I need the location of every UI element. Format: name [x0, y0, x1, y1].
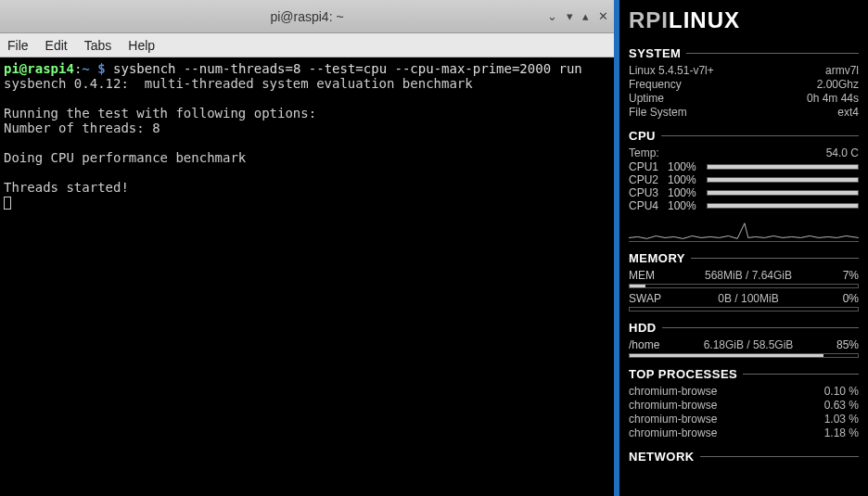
prompt-symbol: $	[97, 61, 105, 76]
section-memory: MEMORY	[629, 251, 859, 265]
section-top-processes: TOP PROCESSES	[629, 367, 859, 381]
brand-part1: RPI	[629, 7, 669, 32]
proc-row: chromium-browse1.18 %	[629, 426, 859, 440]
output-line: Threads started!	[4, 180, 129, 195]
sys-frequency: Frequency2.00Ghz	[629, 78, 859, 92]
hdd-bar	[629, 353, 859, 358]
sys-uptime: Uptime0h 4m 44s	[629, 92, 859, 106]
terminal-area[interactable]: pi@raspi4:~ $ sysbench --num-threads=8 -…	[0, 57, 614, 496]
system-panel: RPILINUX SYSTEM Linux 5.4.51-v7l+armv7l …	[614, 0, 868, 496]
cpu-core-2: CPU2100%	[629, 173, 859, 186]
menu-tabs[interactable]: Tabs	[84, 38, 112, 53]
prompt-user: pi	[4, 61, 19, 76]
menu-edit[interactable]: Edit	[45, 38, 68, 53]
menu-file[interactable]: File	[7, 38, 29, 53]
output-line: Running the test with following options:	[4, 106, 316, 121]
proc-row: chromium-browse1.03 %	[629, 413, 859, 426]
swap-bar	[629, 307, 859, 312]
cpu-core-4: CPU4100%	[629, 199, 859, 212]
swap-row: SWAP 0B / 100MiB 0%	[629, 292, 859, 305]
sys-kernel: Linux 5.4.51-v7l+armv7l	[629, 64, 859, 78]
window-controls: ⌄ ▾ ▴ ✕	[547, 0, 608, 32]
proc-row: chromium-browse0.63 %	[629, 399, 859, 413]
minimize-icon[interactable]: ▾	[567, 9, 573, 23]
cpu-temp: Temp:54.0 C	[629, 146, 859, 160]
output-line: Number of threads: 8	[4, 121, 160, 135]
brand-part2: LINUX	[669, 7, 740, 32]
prompt-path: ~	[82, 61, 89, 76]
mem-bar	[629, 284, 859, 288]
hdd-row: /home 6.18GiB / 58.5GiB 85%	[629, 338, 859, 351]
section-cpu: CPU	[629, 129, 859, 143]
close-icon[interactable]: ✕	[598, 9, 608, 23]
window-title: pi@raspi4: ~	[270, 9, 343, 24]
section-network: NETWORK	[629, 450, 859, 464]
command-text: sysbench --num-threads=8 --test=cpu --cp…	[113, 61, 582, 76]
sys-filesystem: File Systemext4	[629, 106, 859, 120]
prompt-host: raspi4	[27, 61, 74, 76]
window-titlebar[interactable]: pi@raspi4: ~ ⌄ ▾ ▴ ✕	[0, 0, 614, 33]
menubar: File Edit Tabs Help	[0, 33, 614, 57]
terminal-window: pi@raspi4: ~ ⌄ ▾ ▴ ✕ File Edit Tabs Help…	[0, 0, 614, 496]
mem-row: MEM 568MiB / 7.64GiB 7%	[629, 269, 859, 282]
output-line: Doing CPU performance benchmark	[4, 150, 246, 165]
cpu-core-3: CPU3100%	[629, 186, 859, 199]
cpu-core-1: CPU1100%	[629, 160, 859, 173]
cursor-icon	[4, 197, 11, 210]
output-line: sysbench 0.4.12: multi-threaded system e…	[4, 76, 473, 91]
maximize-icon[interactable]: ▴	[582, 9, 589, 23]
proc-row: chromium-browse0.10 %	[629, 385, 859, 399]
section-hdd: HDD	[629, 321, 859, 335]
menu-help[interactable]: Help	[128, 38, 155, 53]
section-system: SYSTEM	[629, 46, 859, 60]
cpu-graph	[629, 216, 859, 242]
panel-brand: RPILINUX	[629, 7, 859, 33]
shade-icon[interactable]: ⌄	[547, 9, 557, 23]
